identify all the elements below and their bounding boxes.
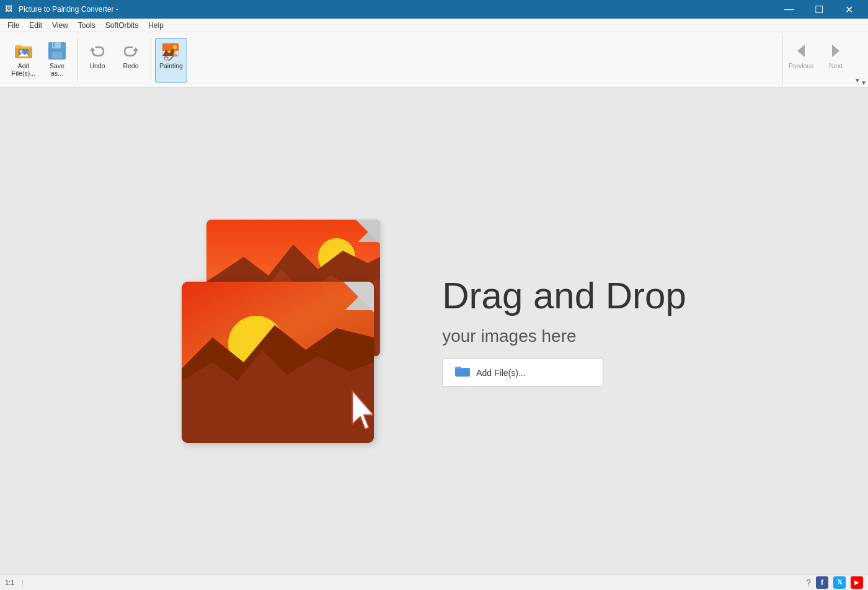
window-controls: — ☐ ✕ [775, 0, 863, 19]
app-icon: 🖼 [5, 4, 15, 14]
status-separator: | [22, 579, 24, 586]
menu-file[interactable]: File [2, 20, 24, 31]
main-content[interactable]: Drag and Drop your images here Add File(… [0, 88, 868, 574]
svg-point-2 [20, 50, 22, 53]
title-bar: 🖼 Picture to Painting Converter - — ☐ ✕ [0, 0, 868, 19]
painting-icon [161, 41, 181, 61]
image-illustration [182, 220, 405, 443]
toolbar-expand-arrow[interactable]: ▼ [861, 79, 867, 86]
app-title: Picture to Painting Converter - [19, 5, 775, 14]
cursor-arrow [349, 387, 386, 437]
help-icon[interactable]: ? [806, 578, 811, 588]
zoom-level: 1:1 [5, 579, 14, 586]
painting-toolbar-button[interactable]: Painting [155, 38, 187, 83]
twitter-icon[interactable]: 𝕏 [833, 576, 846, 589]
previous-icon [791, 41, 811, 61]
front-image-card [182, 282, 374, 443]
twitter-label: 𝕏 [837, 578, 843, 586]
undo-toolbar-button[interactable]: Undo [81, 38, 113, 83]
next-label: Next [829, 62, 843, 70]
facebook-label: f [821, 578, 823, 587]
svg-marker-19 [797, 45, 805, 57]
close-button[interactable]: ✕ [835, 0, 863, 19]
previous-label: Previous [789, 62, 814, 70]
add-files-icon [14, 41, 33, 61]
previous-nav-button[interactable]: Previous [785, 38, 817, 83]
svg-rect-5 [52, 52, 62, 58]
svg-rect-6 [53, 42, 55, 47]
menu-tools[interactable]: Tools [73, 20, 100, 31]
menu-view[interactable]: View [47, 20, 73, 31]
add-files-button[interactable]: Add File(s)... [442, 359, 603, 387]
drag-drop-subtitle: your images here [442, 326, 686, 346]
toolbar-main-group: AddFile(s)... Saveas... [5, 35, 190, 85]
maximize-button[interactable]: ☐ [805, 0, 833, 19]
drop-text-panel: Drag and Drop your images here Add File(… [442, 275, 686, 387]
toolbar: AddFile(s)... Saveas... [0, 32, 868, 88]
menu-bar: File Edit View Tools SoftOrbits Help [0, 19, 868, 32]
redo-icon [121, 41, 141, 61]
menu-help[interactable]: Help [143, 20, 169, 31]
youtube-icon[interactable]: ▶ [851, 576, 863, 589]
svg-point-13 [164, 57, 166, 58]
toolbar-separator-2 [151, 38, 151, 81]
menu-softorbits[interactable]: SoftOrbits [100, 20, 143, 31]
drop-zone-container: Drag and Drop your images here Add File(… [182, 220, 686, 443]
undo-label: Undo [89, 62, 105, 70]
drag-drop-title: Drag and Drop [442, 275, 686, 316]
save-icon [47, 41, 67, 61]
youtube-label: ▶ [854, 579, 859, 586]
toolbar-separator-1 [77, 38, 78, 81]
svg-point-15 [166, 56, 167, 57]
facebook-icon[interactable]: f [816, 576, 828, 589]
redo-label: Redo [123, 62, 138, 70]
redo-toolbar-button[interactable]: Redo [115, 38, 147, 83]
svg-rect-25 [455, 368, 470, 377]
add-files-btn-label: Add File(s)... [476, 368, 525, 378]
toolbar-right-expand: ▼ [854, 77, 861, 84]
status-right-panel: ? f 𝕏 ▶ [806, 576, 863, 589]
next-icon [826, 41, 846, 61]
add-files-label: AddFile(s)... [12, 62, 35, 78]
folder-icon [455, 365, 470, 380]
minimize-button[interactable]: — [775, 0, 804, 19]
save-as-label: Saveas... [50, 62, 64, 78]
svg-point-14 [167, 57, 168, 58]
menu-edit[interactable]: Edit [24, 20, 47, 31]
status-bar: 1:1 | ? f 𝕏 ▶ [0, 574, 868, 590]
svg-marker-20 [832, 45, 839, 57]
toolbar-nav-group: Previous Next [782, 35, 854, 85]
painting-label: Painting [159, 62, 183, 70]
add-files-toolbar-button[interactable]: AddFile(s)... [7, 38, 40, 83]
undo-icon [87, 41, 107, 61]
next-nav-button[interactable]: Next [820, 38, 852, 83]
save-as-toolbar-button[interactable]: Saveas... [41, 38, 73, 83]
svg-point-10 [173, 45, 177, 49]
